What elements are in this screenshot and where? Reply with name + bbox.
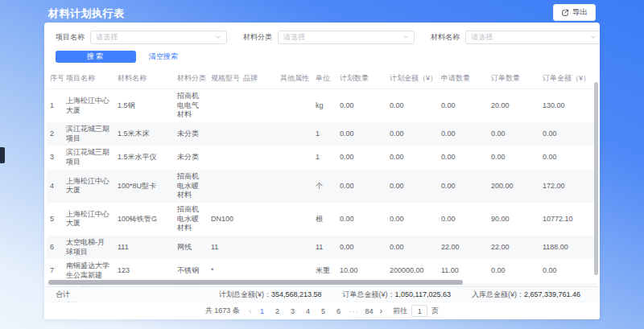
horizontal-scrollbar[interactable] [48, 280, 463, 285]
column-header: 订单数量 [488, 69, 539, 89]
table-cell: 111 [114, 236, 174, 259]
summary-totals: 计划总金额(¥)：354,568,213.58订单总金额(¥)：1,050,11… [219, 290, 580, 300]
column-header: 材料分类 [174, 69, 208, 89]
filter-label: 材料名称 [431, 32, 460, 43]
goto-label: 前往 [393, 306, 407, 316]
column-header: 订单金额（¥） [539, 69, 597, 89]
material-category-select[interactable]: 请选择 [278, 31, 415, 44]
table-cell: 0.00 [539, 146, 597, 169]
summary-label: 合计 [56, 290, 70, 300]
table-cell [208, 122, 240, 146]
pagination-total: 共 1673 条 [205, 306, 240, 316]
table-row: 3滨江花城三期项目1.5米水平仪未分类10.000.000.000.000.00 [47, 146, 597, 169]
filter-label: 项目名称 [56, 32, 85, 43]
table-cell: 招商机电电气材料 [174, 89, 208, 123]
table-cell: 1.5米木床 [114, 122, 174, 146]
page-button[interactable]: 2 [273, 307, 283, 315]
select-placeholder: 请选择 [283, 32, 305, 43]
summary-total: 计划总金额(¥)：354,568,213.58 [219, 290, 322, 300]
table-cell: 未分类 [174, 146, 208, 169]
material-name-select[interactable]: 请选择 [465, 31, 600, 44]
table-cell: 滨江花城三期项目 [63, 146, 114, 169]
table-cell: 0.00 [438, 89, 488, 123]
goto-page-input[interactable] [411, 305, 427, 317]
table-cell: 网线 [174, 236, 208, 259]
summary-row: 合计 计划总金额(¥)：354,568,213.58订单总金额(¥)：1,050… [44, 286, 600, 302]
table-cell [240, 146, 277, 169]
table-cell: 招商机电水暖材料 [174, 203, 208, 236]
table-cell: 172.00 [539, 170, 597, 203]
column-header: 其他属性 [277, 69, 312, 89]
table-cell: 0.00 [386, 236, 438, 259]
column-header: 单位 [312, 69, 336, 89]
goto-page: 前往 页 [393, 305, 439, 317]
column-header: 材料名称 [114, 69, 174, 89]
table-row: 2滨江花城三期项目1.5米木床未分类10.000.000.000.000.00 [47, 122, 597, 146]
search-button[interactable]: 搜索 [56, 51, 136, 63]
project-name-select[interactable]: 请选择 [90, 31, 227, 44]
export-icon [561, 9, 569, 17]
page-button[interactable]: 4 [303, 307, 313, 315]
table-cell [208, 89, 240, 123]
clear-search-link[interactable]: 清空搜索 [149, 51, 178, 62]
table-row: 1上海松江中心大厦1.5钢招商机电电气材料kg0.000.000.0020.00… [47, 89, 597, 123]
page-title: 材料计划执行表 [48, 6, 125, 21]
export-button[interactable]: 导出 [553, 4, 596, 21]
table-cell [240, 203, 277, 236]
table-cell: 未分类 [174, 122, 208, 146]
table-cell: 根 [312, 203, 336, 236]
table-cell: 0.00 [386, 89, 438, 123]
table-cell: 200.00 [488, 170, 539, 203]
table-cell: 1 [312, 146, 336, 169]
table-cell: 0.00 [488, 122, 539, 146]
table-cell: 1 [47, 89, 63, 123]
filter-material-category: 材料分类 请选择 [243, 31, 415, 44]
table-cell: 0.00 [386, 146, 438, 169]
table-cell: 0.00 [336, 146, 386, 169]
table-cell: 2 [47, 122, 63, 146]
table-cell: 1.5钢 [114, 89, 174, 123]
chevron-down-icon [215, 34, 221, 40]
table-cell: 130.00 [539, 89, 597, 123]
page-button[interactable]: 3 [288, 307, 298, 315]
chevron-down-icon [402, 34, 409, 40]
column-header: 计划数量 [336, 69, 386, 89]
table-cell [240, 89, 277, 123]
page-buttons: 123456···84 [258, 307, 374, 315]
vertical-scrollbar[interactable] [594, 82, 598, 275]
page-button[interactable]: 6 [334, 307, 344, 315]
table-cell: 0.00 [488, 146, 539, 169]
table-cell: 0.00 [336, 170, 386, 203]
pagination-bar: 共 1673 条 ‹ 123456···84 › 前往 页 [44, 302, 600, 319]
table-cell: 3 [47, 146, 63, 169]
column-header: 计划金额（¥） [386, 69, 438, 89]
table-cell: 4 [47, 170, 63, 203]
table-cell: 太空电梯-月球项目 [63, 236, 114, 259]
page-button[interactable]: 5 [319, 307, 328, 315]
table-cell: 6 [47, 236, 63, 259]
table-cell: 1188.00 [539, 236, 597, 259]
next-page-button[interactable]: › [380, 306, 383, 315]
table-cell: 0.00 [488, 259, 539, 282]
filter-bar: 项目名称 请选择 材料分类 请选择 材料名称 请选择 [56, 30, 588, 44]
table-cell: 0.00 [438, 170, 488, 203]
table-cell [208, 170, 240, 203]
table-header-row: 序号项目名称材料名称材料分类规格型号品牌其他属性单位计划数量计划金额（¥）申请数… [47, 69, 597, 89]
table-cell: 0.00 [336, 236, 386, 259]
export-button-label: 导出 [572, 7, 588, 18]
page-button[interactable]: 1 [258, 307, 267, 315]
table-cell: 上海松江中心大厦 [63, 89, 114, 123]
chevron-down-icon [590, 34, 597, 40]
prev-page-button[interactable]: ‹ [249, 306, 252, 315]
column-header: 品牌 [240, 69, 277, 89]
sidebar-collapse-handle[interactable] [0, 147, 5, 163]
page-button[interactable]: 84 [365, 307, 374, 315]
table-cell: 90.00 [488, 203, 539, 236]
table-cell: 1.5米水平仪 [114, 146, 174, 169]
table-cell: 0.00 [438, 203, 488, 236]
table-cell [240, 122, 277, 146]
table-cell: 0.00 [336, 122, 386, 146]
table-cell: 0.00 [386, 170, 438, 203]
table-cell: 上海松江中心大厦 [63, 203, 114, 236]
table-cell: 滨江花城三期项目 [63, 122, 114, 146]
